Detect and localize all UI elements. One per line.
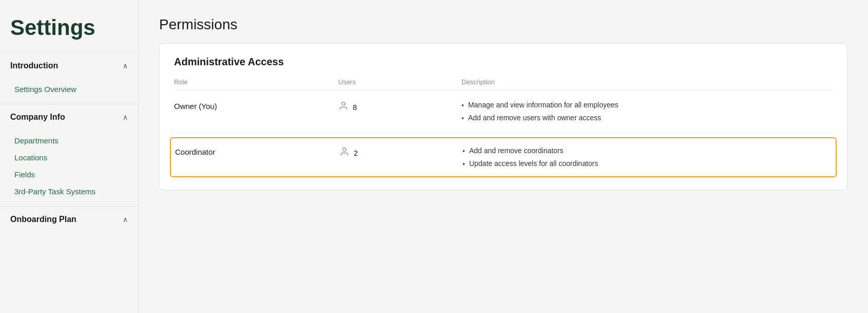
owner-users: 8 [338,101,461,114]
owner-desc-1: • Manage and view information for all em… [461,101,833,109]
sidebar-section-introduction: Introduction ∧ Settings Overview [0,52,138,104]
table-header: Role Users Description [174,78,833,90]
sidebar: Settings Introduction ∧ Settings Overvie… [0,0,139,313]
sidebar-item-fields[interactable]: Fields [0,166,138,183]
sidebar-item-third-party[interactable]: 3rd-Party Task Systems [0,183,138,200]
owner-user-icon [338,101,349,114]
permissions-card: Administrative Access Role Users Descrip… [159,43,847,190]
coordinator-desc-2: • Update access levels for all coordinat… [462,159,832,168]
coordinator-desc-1: • Add and remove coordinators [462,146,832,155]
coordinator-user-count: 2 [354,149,358,157]
onboarding-plan-section-header[interactable]: Onboarding Plan ∧ [0,207,138,232]
coordinator-users: 2 [339,146,462,159]
page-title: Settings [0,10,138,52]
introduction-chevron-icon: ∧ [123,62,128,70]
sidebar-section-company-info: Company Info ∧ Departments Locations Fie… [0,104,138,206]
company-info-items: Departments Locations Fields 3rd-Party T… [0,130,138,206]
coordinator-row[interactable]: Coordinator 2 • Add and remove coordinat… [170,137,837,177]
coordinator-user-icon [339,146,350,159]
col-header-users: Users [338,78,461,86]
sidebar-item-settings-overview[interactable]: Settings Overview [0,81,138,98]
coordinator-desc-text-1: Add and remove coordinators [469,146,564,155]
introduction-items: Settings Overview [0,79,138,104]
owner-row: Owner (You) 8 • Manage and view informat… [174,90,833,133]
owner-desc-text-2: Add and remove users with owner access [468,114,601,122]
owner-descriptions: • Manage and view information for all em… [461,101,833,122]
svg-point-1 [343,148,346,152]
owner-desc-2: • Add and remove users with owner access [461,114,833,122]
sidebar-item-departments[interactable]: Departments [0,132,138,149]
coordinator-desc-text-2: Update access levels for all coordinator… [469,159,598,168]
content-title: Permissions [159,16,847,33]
bullet-icon-3: • [462,147,465,155]
bullet-icon-2: • [461,114,464,122]
onboarding-plan-chevron-icon: ∧ [123,215,128,224]
bullet-icon-1: • [461,101,464,109]
owner-user-count: 8 [353,103,357,112]
sidebar-item-locations[interactable]: Locations [0,149,138,166]
owner-role: Owner (You) [174,101,338,111]
svg-point-0 [342,102,345,106]
coordinator-role: Coordinator [175,146,339,156]
company-info-section-title: Company Info [10,113,65,122]
coordinator-descriptions: • Add and remove coordinators • Update a… [462,146,832,168]
card-title: Administrative Access [174,56,833,68]
col-header-role: Role [174,78,338,86]
company-info-section-header[interactable]: Company Info ∧ [0,104,138,130]
onboarding-plan-section-title: Onboarding Plan [10,215,76,224]
bullet-icon-4: • [462,160,465,168]
main-content: Permissions Administrative Access Role U… [139,0,868,313]
col-header-description: Description [461,78,833,86]
company-info-chevron-icon: ∧ [123,113,128,121]
introduction-section-title: Introduction [10,61,58,70]
owner-desc-text-1: Manage and view information for all empl… [468,101,619,109]
sidebar-section-onboarding-plan: Onboarding Plan ∧ [0,206,138,232]
introduction-section-header[interactable]: Introduction ∧ [0,53,138,79]
